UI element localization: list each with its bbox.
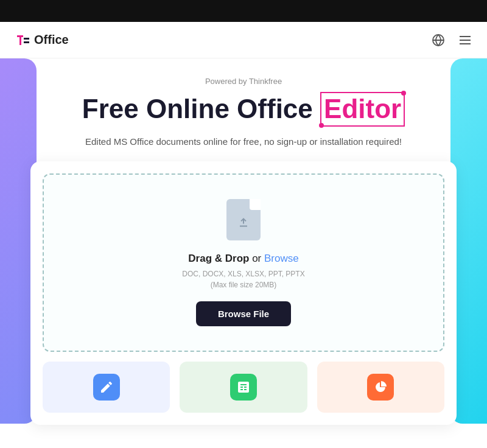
top-bar — [0, 0, 487, 22]
drag-drop-label: Drag & Drop — [188, 253, 249, 264]
browse-label: Browse — [264, 253, 299, 264]
present-card[interactable] — [317, 362, 444, 413]
svg-rect-0 — [15, 32, 32, 49]
globe-icon[interactable] — [431, 33, 446, 47]
main-content: Powered by Thinkfree Free Online Office … — [0, 58, 487, 437]
upload-arrow-icon — [236, 214, 251, 228]
present-card-icon — [367, 374, 394, 401]
header: Office — [0, 22, 487, 58]
writer-card[interactable] — [43, 362, 170, 413]
title-part1: Free Online Office — [82, 94, 320, 124]
calc-card-icon — [230, 374, 257, 401]
max-size-text: (Max file size 20MB) — [56, 281, 431, 289]
calc-card[interactable] — [180, 362, 307, 413]
subtitle-text: Edited MS Office documents online for fr… — [12, 136, 475, 147]
hamburger-menu-icon[interactable] — [458, 33, 472, 47]
powered-by-text: Powered by Thinkfree — [12, 77, 475, 86]
main-title: Free Online Office Editor — [12, 92, 475, 127]
drop-zone[interactable]: Drag & Drop or Browse DOC, DOCX, XLS, XL… — [43, 173, 444, 352]
header-actions — [431, 33, 472, 47]
drop-text: Drag & Drop or Browse — [56, 253, 431, 265]
writer-card-icon — [93, 374, 120, 401]
or-label: or — [249, 253, 264, 264]
file-types-text: DOC, DOCX, XLS, XLSX, PPT, PPTX — [56, 270, 431, 278]
logo[interactable]: Office — [15, 32, 69, 49]
title-highlight: Editor — [320, 92, 405, 127]
file-icon — [226, 199, 261, 240]
upload-icon-wrap — [224, 199, 263, 243]
logo-icon — [15, 32, 32, 49]
logo-text: Office — [34, 33, 69, 47]
browse-file-button[interactable]: Browse File — [196, 301, 291, 326]
upload-container: Drag & Drop or Browse DOC, DOCX, XLS, XL… — [30, 161, 457, 425]
cards-row — [43, 362, 444, 413]
